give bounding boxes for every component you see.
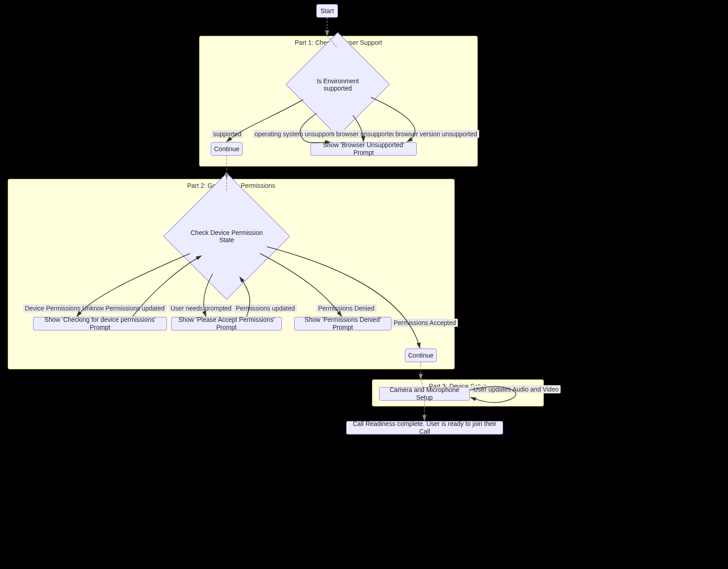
- edge-label-needs-prompted: User needs prompted: [169, 304, 233, 312]
- node-final: Call Readiness complete. User is ready t…: [346, 421, 503, 435]
- node-denied-prompt: Show 'Permissions Denied' Prompt: [294, 317, 391, 330]
- edge-label-perms-updated-2: Permissions updated: [234, 304, 297, 312]
- node-accept-perms-prompt: Show 'Please Accept Permissions' Prompt: [171, 317, 282, 330]
- edge-label-os-unsupported: operating system unsupported: [253, 130, 342, 138]
- node-continue-2: Continue: [405, 349, 437, 362]
- node-camera-mic-setup: Camera and Microphone Setup: [379, 387, 470, 401]
- edge-label-browser-version-unsupported: browser version unsupported: [394, 130, 479, 138]
- edge-label-perms-updated-1: Permissions updated: [104, 304, 167, 312]
- node-env-supported-label: Is Environment supported: [301, 48, 375, 121]
- edge-label-perms-accepted: Permissions Accepted: [392, 319, 458, 327]
- node-start: Start: [316, 4, 338, 18]
- node-check-device-perm-label: Check Device Permission State: [182, 191, 271, 281]
- edge-label-supported: supported: [211, 130, 243, 138]
- node-check-device-perm: Check Device Permission State: [182, 191, 271, 281]
- node-continue-1: Continue: [211, 142, 243, 156]
- edge-label-browser-unsupported: browser unsupported: [334, 130, 398, 138]
- node-checking-perms-prompt: Show 'Checking for device permissions' P…: [33, 317, 167, 330]
- node-env-supported: Is Environment supported: [301, 48, 375, 121]
- edge-label-perms-denied: Permissions Denied: [316, 304, 376, 312]
- edge-label-perms-unknown: Device Permissions Unknown: [23, 304, 110, 312]
- edge-label-user-updates-av: User updates Audio and Video: [471, 385, 561, 393]
- node-browser-unsupported-prompt: Show 'Browser Unsupported' Prompt: [310, 142, 417, 156]
